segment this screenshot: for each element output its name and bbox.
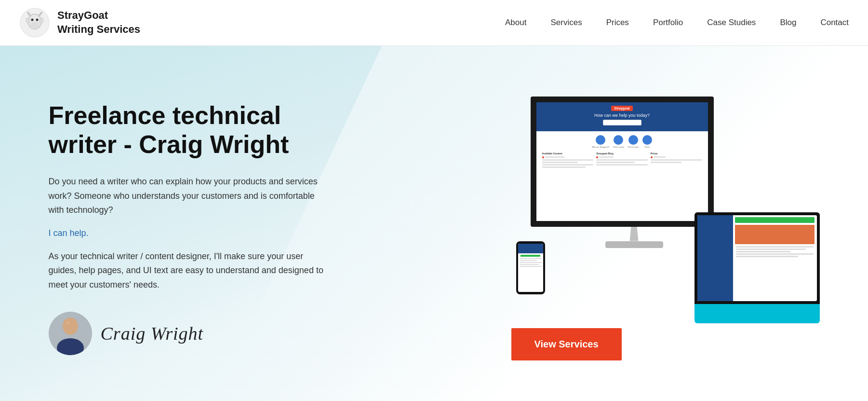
hero-description: Do you need a writer who can explain how… (49, 175, 328, 218)
hero-right: Straygoat How can we help you today? Why… (357, 97, 820, 360)
devices-area: Straygoat How can we help you today? Why… (511, 97, 820, 304)
screen-search-bar (603, 120, 641, 125)
screen-brand: Straygoat (611, 106, 632, 111)
nav-contact[interactable]: Contact (820, 18, 849, 28)
monitor-screen: Straygoat How can we help you today? Why… (531, 97, 714, 227)
logo-text: StrayGoat Writing Services (57, 9, 140, 36)
site-header: StrayGoat Writing Services About Service… (0, 0, 868, 46)
svg-point-10 (66, 321, 70, 324)
author-photo (49, 312, 92, 355)
nav-case-studies[interactable]: Case Studies (707, 18, 756, 28)
screen-icon-3: Client Logos (628, 135, 639, 148)
nav-about[interactable]: About (505, 18, 526, 28)
tablet-device (694, 212, 820, 304)
author-area: Craig Wright (49, 312, 328, 355)
screen-icon-2: How it works (613, 135, 624, 148)
svg-point-4 (36, 18, 39, 21)
tablet-screen (697, 215, 817, 301)
hero-left: Freelance technical writer - Craig Wrigh… (49, 101, 328, 355)
author-signature: Craig Wright (101, 323, 204, 344)
svg-point-8 (63, 318, 78, 335)
monitor-base (605, 241, 663, 248)
screen-icon-4: Prices (642, 135, 652, 148)
hero-section: Freelance technical writer - Craig Wrigh… (0, 46, 868, 401)
logo-area: StrayGoat Writing Services (19, 7, 140, 39)
screen-icons-row: Why use Straygoat? How it works Client L… (540, 135, 704, 148)
screen-content: Available Content Straygoat Blog (540, 152, 704, 169)
nav-portfolio[interactable]: Portfolio (653, 18, 683, 28)
svg-point-2 (30, 22, 40, 29)
screen-icon-1: Why use Straygoat? (592, 135, 609, 148)
tablet-keyboard (694, 304, 820, 323)
hero-content: Freelance technical writer - Craig Wrigh… (10, 97, 858, 360)
phone-device (516, 241, 545, 294)
nav-services[interactable]: Services (550, 18, 582, 28)
hero-title: Freelance technical writer - Craig Wrigh… (49, 101, 328, 159)
main-nav: About Services Prices Portfolio Case Stu… (505, 18, 849, 28)
screen-title: How can we help you today? (594, 113, 650, 118)
monitor-stand (627, 227, 641, 241)
logo-icon (19, 7, 51, 39)
view-services-button[interactable]: View Services (511, 328, 622, 360)
phone-screen (518, 244, 543, 292)
hero-right-bottom: View Services (511, 318, 820, 360)
svg-point-3 (31, 18, 34, 21)
nav-blog[interactable]: Blog (780, 18, 796, 28)
hero-description2: As your technical writer / content desig… (49, 249, 328, 292)
nav-prices[interactable]: Prices (606, 18, 629, 28)
hero-cta-text: I can help. (49, 226, 328, 241)
